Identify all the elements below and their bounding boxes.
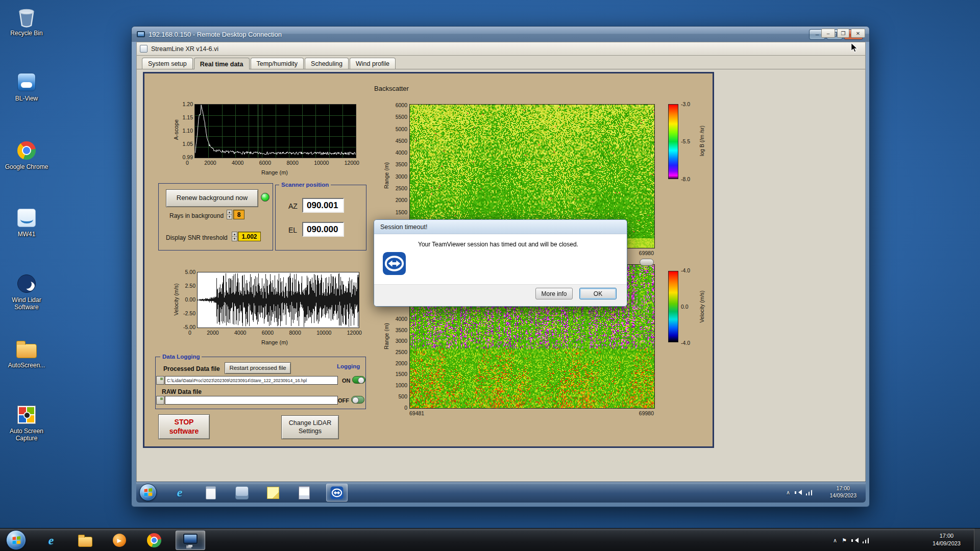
tab-real-time-data[interactable]: Real time data [194,58,250,69]
tick-label: 2000 [204,160,216,166]
desktop-icon-autoscreen[interactable]: AutoScreen... [3,337,50,369]
raw-data-file-label: RAW Data file [162,388,202,395]
velocity-colorbar-label: Velocity (m/s) [699,290,705,322]
action-center-flag-icon[interactable]: ⚑ [842,537,847,544]
taskbar-icon-streamline-xr[interactable] [293,484,315,502]
desktop-icon-mw41[interactable]: MW41 [3,206,50,238]
ok-button[interactable]: OK [579,288,617,299]
raw-path-browse-button[interactable] [156,396,164,405]
tick-label: 0 [186,160,189,166]
tick-label: 1.15 [183,115,193,120]
processed-logging-toggle[interactable] [352,376,365,384]
dialog-footer: More info OK [374,284,627,306]
data-logging-title: Data Logging [160,354,202,360]
taskbar-icon-media-player[interactable]: ▶ [106,531,133,550]
stop-software-button[interactable]: STOP software [158,414,210,439]
raw-logging-toggle[interactable] [351,396,364,404]
restart-processed-file-button[interactable]: Restart processed file [225,362,291,374]
remote-tray: ∧ [786,489,812,496]
app-close-button[interactable]: ✕ [851,29,865,38]
start-button[interactable] [6,530,26,550]
tick-label: 0.0 [681,304,689,310]
snr-value-field[interactable]: 1.002 [238,232,261,241]
rays-spinner[interactable]: ▲▼ [227,210,232,219]
tick-label: 4000 [396,316,407,322]
desktop-icon-wind-lidar-software[interactable]: Wind Lidar Software [3,272,50,311]
el-value-field[interactable]: 090.000 [302,222,344,237]
tick-label: 2000 [207,330,218,336]
taskbar-icon-internet-explorer[interactable]: e [169,484,190,502]
app-window-icon [140,45,148,53]
desktop-icon-recycle-bin[interactable]: Recycle Bin [3,5,50,37]
volume-icon[interactable] [795,490,801,495]
taskbar-icon-system-app[interactable] [231,484,253,502]
dialog-body: Your TeamViewer session has timed out an… [374,234,627,285]
desktop-icon-bl-view[interactable]: BL-View [3,70,50,103]
network-icon[interactable] [806,490,812,495]
app-minimize-button[interactable]: – [821,29,835,38]
taskbar-icon-google-chrome[interactable] [141,531,167,550]
hidden-icons-chevron[interactable]: ∧ [786,489,790,496]
app-titlebar[interactable]: StreamLine XR v14-6.vi [136,42,866,56]
tick-label: 0 [188,330,191,336]
dialog-titlebar[interactable]: Session timeout! [374,220,627,234]
velocity-heatmap-y-ticks: 40003500300025002000150010005000 [388,316,407,410]
taskbar-icon-teamviewer[interactable] [326,484,348,502]
tick-label: -5.5 [681,139,690,144]
heatmap-option-toggle[interactable] [640,259,654,266]
processed-path-field[interactable]: C:\Lidar\Data\Proc\2023\202309\20230914\… [165,376,338,385]
snr-spinner[interactable]: ▲▼ [232,232,237,241]
remote-taskbar: e ∧ 17:00 14/09/2023 [136,482,866,503]
velocity-x-ticks: 020004000600080001000012000 [188,330,362,336]
ascope-x-ticks: 020004000600080001000012000 [186,160,359,166]
processed-path-browse-button[interactable] [156,376,164,385]
backscatter-colorbar-ticks: -3.0-5.5-8.0 [681,102,695,182]
tab-wind-profile[interactable]: Wind profile [350,58,396,69]
processed-logging-state-label: ON [342,378,351,384]
desktop-icon-auto-screen-capture[interactable]: Auto Screen Capture [3,403,50,442]
tab-system-setup[interactable]: System setup [142,58,193,69]
change-lidar-settings-button[interactable]: Change LiDAR Settings [281,415,339,439]
chrome-icon [17,139,36,162]
tick-label: 0 [404,405,407,411]
taskbar-icon-sticky-notes[interactable] [262,484,284,502]
raw-path-field[interactable] [165,396,338,405]
renew-background-button[interactable]: Renew background now [166,189,258,207]
snr-threshold-label: Display SNR threshold [166,234,228,241]
tick-label: 1.05 [183,141,193,147]
tick-label: 5.00 [185,269,195,275]
tab-scheduling[interactable]: Scheduling [305,58,349,69]
host-clock[interactable]: 17:00 14/09/2023 [933,532,961,547]
hidden-icons-chevron[interactable]: ∧ [833,537,837,544]
windows-logo-icon [12,536,20,544]
rays-value-field[interactable]: 8 [233,210,244,219]
remote-date: 14/09/2023 [829,492,856,499]
desktop-icon-google-chrome[interactable]: Google Chrome [3,139,50,171]
rdp-window: 192.168.0.150 - Remote Desktop Connectio… [131,26,870,507]
taskbar-icon-remote-desktop[interactable] [176,531,205,550]
tick-label: 12000 [345,160,359,166]
taskbar-icon-windows-explorer[interactable] [72,531,99,550]
rdp-titlebar[interactable]: 192.168.0.150 - Remote Desktop Connectio… [132,27,869,42]
tick-label: -5.00 [183,324,195,330]
tick-label: 2000 [396,361,407,366]
taskbar-icon-journal-viewer[interactable] [200,484,222,502]
show-desktop-button[interactable] [974,529,980,551]
tick-label: 6000 [262,330,274,336]
tab-temp-humidity[interactable]: Temp/humidity [251,58,304,69]
volume-icon[interactable] [851,538,858,543]
tick-label: 2000 [396,197,407,203]
tick-label: 5000 [396,127,407,132]
tick-label: 3500 [396,162,407,167]
tick-label: 500 [398,394,407,399]
network-icon[interactable] [863,538,869,543]
tick-label: 2500 [396,349,407,355]
more-info-button[interactable]: More info [535,288,573,299]
app-restore-button[interactable]: ❐ [837,29,849,38]
host-tray: ∧ ⚑ [833,537,869,544]
tick-label: 10000 [316,330,331,336]
az-value-field[interactable]: 090.001 [302,198,344,213]
taskbar-icon-internet-explorer[interactable]: e [38,531,64,550]
remote-clock[interactable]: 17:00 14/09/2023 [829,485,856,499]
remote-start-button[interactable] [139,484,157,501]
